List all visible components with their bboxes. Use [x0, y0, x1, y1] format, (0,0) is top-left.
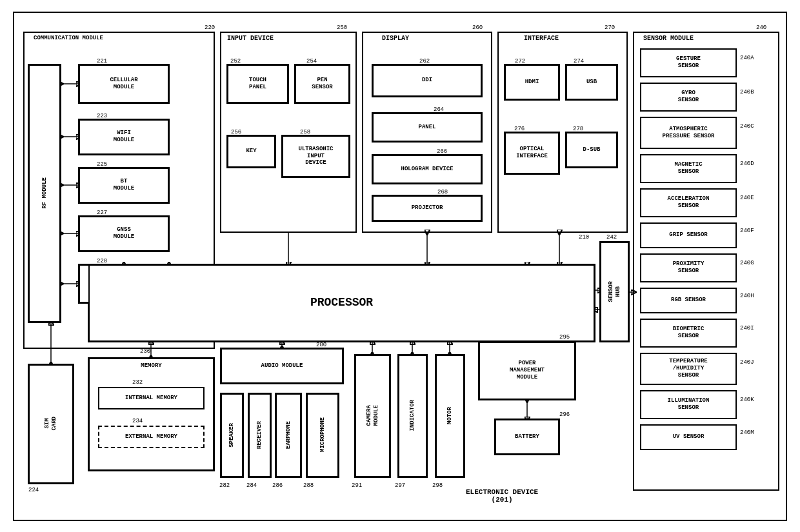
- ref-242: 242: [606, 234, 617, 241]
- earphone-label: EARPHONE: [285, 421, 292, 449]
- hologram-box: HOLOGRAM DEVICE: [372, 155, 482, 184]
- sensor-hub-box: SENSORHUB: [600, 242, 629, 342]
- ref-295: 295: [559, 334, 570, 340]
- rgb-sensor-box: RGB SENSOR: [640, 288, 737, 313]
- sim-card-box: SIMCARD: [28, 364, 74, 484]
- diagram-container: 220 COMMUNICATION MODULE RF MODULE 221 C…: [13, 12, 787, 521]
- ref-272: 272: [515, 58, 525, 64]
- ref-228: 228: [97, 258, 107, 264]
- mag-sensor-box: MAGNETICSENSOR: [640, 154, 737, 183]
- earphone-box: EARPHONE: [275, 393, 301, 477]
- ref-268: 268: [437, 189, 448, 195]
- ref-223: 223: [97, 113, 107, 119]
- pen-sensor-label: PENSENSOR: [312, 77, 332, 91]
- ref-282: 282: [219, 482, 230, 489]
- prox-sensor-label: PROXIMITYSENSOR: [673, 261, 705, 275]
- ref-240m: 240M: [740, 429, 754, 436]
- pen-sensor-box: PENSENSOR: [295, 64, 350, 103]
- external-memory-box: EXTERNAL MEMORY: [98, 426, 205, 448]
- battery-box: BATTERY: [495, 419, 559, 455]
- projector-label: PROJECTOR: [412, 204, 443, 212]
- gyro-sensor-label: GYROSENSOR: [678, 90, 699, 104]
- processor-box: PROCESSOR: [88, 264, 595, 342]
- usb-label: USB: [586, 79, 597, 86]
- microphone-box: MICROPHONE: [306, 393, 339, 477]
- ref-230: 230: [140, 348, 150, 355]
- key-label: KEY: [246, 148, 256, 155]
- bio-sensor-label: BIOMETRICSENSOR: [673, 326, 705, 340]
- touch-panel-box: TOUCHPANEL: [227, 64, 288, 103]
- ref-298: 298: [432, 482, 443, 489]
- ref-240k: 240K: [740, 397, 754, 403]
- ref-254: 254: [306, 58, 317, 64]
- ref-278: 278: [573, 126, 583, 132]
- ref-291: 291: [352, 482, 362, 489]
- ref-260: 260: [472, 25, 483, 31]
- internal-memory-label: INTERNAL MEMORY: [125, 395, 177, 402]
- uv-sensor-box: UV SENSOR: [640, 424, 737, 450]
- battery-label: BATTERY: [515, 433, 539, 440]
- ultrasonic-label: ULTRASONICINPUTDEVICE: [298, 146, 333, 166]
- ref-288: 288: [303, 482, 314, 489]
- gyro-sensor-box: GYROSENSOR: [640, 83, 737, 112]
- ddi-label: DDI: [422, 77, 432, 84]
- ref-221: 221: [97, 58, 107, 64]
- ref-240i: 240I: [740, 325, 754, 331]
- ref-264: 264: [434, 106, 444, 113]
- ref-252: 252: [230, 58, 241, 64]
- receiver-box: RECEIVER: [248, 393, 271, 477]
- ref-240c: 240C: [740, 123, 754, 130]
- ref-250: 250: [337, 25, 347, 31]
- ultrasonic-box: ULTRASONICINPUTDEVICE: [282, 135, 350, 177]
- audio-module-box: AUDIO MODULE: [221, 348, 343, 384]
- motor-label: MOTOR: [446, 407, 454, 424]
- speaker-box: SPEAKER: [221, 393, 243, 477]
- ref-286: 286: [272, 482, 283, 489]
- touch-panel-label: TOUCHPANEL: [249, 77, 266, 91]
- rgb-sensor-label: RGB SENSOR: [671, 297, 706, 304]
- hologram-label: HOLOGRAM DEVICE: [401, 166, 453, 173]
- ref-240j: 240J: [740, 359, 754, 366]
- memory-box: MEMORY: [88, 358, 214, 471]
- mag-sensor-label: MAGNETICSENSOR: [674, 161, 702, 175]
- ref-240f: 240F: [740, 228, 754, 234]
- ref-270: 270: [605, 25, 615, 31]
- memory-label: MEMORY: [90, 362, 213, 369]
- gesture-sensor-box: GESTURESENSOR: [640, 48, 737, 77]
- receiver-label: RECEIVER: [256, 421, 263, 449]
- bio-sensor-box: BIOMETRICSENSOR: [640, 319, 737, 348]
- temp-sensor-box: TEMPERATURE/HUMIDITYSENSOR: [640, 353, 737, 385]
- ref-227: 227: [97, 210, 107, 216]
- audio-module-label: AUDIO MODULE: [261, 362, 303, 369]
- motor-box: MOTOR: [435, 355, 465, 477]
- optical-interface-label: OPTICALINTERFACE: [516, 146, 548, 160]
- gnss-module-label: GNSSMODULE: [114, 226, 134, 241]
- interface-label: INTERFACE: [524, 35, 559, 42]
- ref-240: 240: [756, 25, 766, 31]
- accel-sensor-box: ACCELERATIONSENSOR: [640, 188, 737, 217]
- illum-sensor-box: ILLUMINATIONSENSOR: [640, 390, 737, 419]
- sensor-hub-label: SENSORHUB: [608, 281, 622, 302]
- power-mgmt-label: POWERMANAGEMENTMODULE: [510, 360, 545, 380]
- bt-module-label: BTMODULE: [114, 178, 134, 192]
- hdmi-label: HDMI: [525, 79, 539, 86]
- d-sub-box: D-SUB: [566, 132, 617, 168]
- internal-memory-box: INTERNAL MEMORY: [98, 387, 205, 409]
- panel-label: PANEL: [418, 124, 435, 131]
- gesture-sensor-label: GESTURESENSOR: [676, 55, 701, 70]
- grip-sensor-label: GRIP SENSOR: [669, 232, 707, 239]
- uv-sensor-label: UV SENSOR: [673, 433, 705, 440]
- cellular-module-box: CELLULARMODULE: [79, 64, 169, 103]
- ref-240e: 240E: [740, 195, 754, 201]
- ref-240g: 240G: [740, 260, 754, 266]
- ref-220: 220: [205, 25, 215, 31]
- camera-module-label: CAMERAMODULE: [366, 405, 380, 426]
- ref-266: 266: [437, 148, 447, 155]
- prox-sensor-box: PROXIMITYSENSOR: [640, 253, 737, 282]
- ref-296: 296: [559, 411, 570, 418]
- ref-297: 297: [395, 482, 405, 489]
- input-device-label: INPUT DEVICE: [227, 35, 274, 42]
- ddi-box: DDI: [372, 64, 482, 97]
- ref-280: 280: [316, 342, 326, 348]
- external-memory-label: EXTERNAL MEMORY: [125, 433, 177, 440]
